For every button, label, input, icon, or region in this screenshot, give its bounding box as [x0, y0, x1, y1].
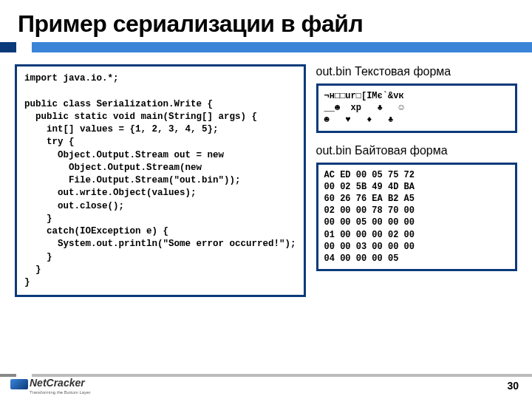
slide-title: Пример сериализации в файл: [0, 0, 532, 42]
byte-form-dump: AC ED 00 05 75 72 00 02 5B 49 4D BA 60 2…: [316, 163, 517, 272]
slide: Пример сериализации в файл import java.i…: [0, 0, 532, 399]
byte-form-caption: out.bin Байтовая форма: [316, 143, 517, 158]
text-form-caption: out.bin Текстовая форма: [316, 64, 517, 79]
title-underline: [0, 42, 532, 52]
code-block: import java.io.*; public class Serializa…: [15, 64, 306, 297]
logo-brand: NetCracker: [30, 377, 85, 389]
text-form-dump: ¬н□□ur□[IMє`&vк __☻ xp ♣ ☺ ☻ ♥ ♦ ♣: [316, 83, 517, 133]
logo: NetCracker Transforming the Bottom Layer: [10, 377, 90, 394]
logo-mark-icon: [10, 379, 28, 389]
footer: NetCracker Transforming the Bottom Layer…: [0, 368, 532, 399]
right-column: out.bin Текстовая форма ¬н□□ur□[IMє`&vк …: [316, 64, 517, 297]
page-number: 30: [507, 380, 519, 392]
logo-tagline: Transforming the Bottom Layer: [30, 390, 90, 395]
content-row: import java.io.*; public class Serializa…: [0, 64, 532, 297]
